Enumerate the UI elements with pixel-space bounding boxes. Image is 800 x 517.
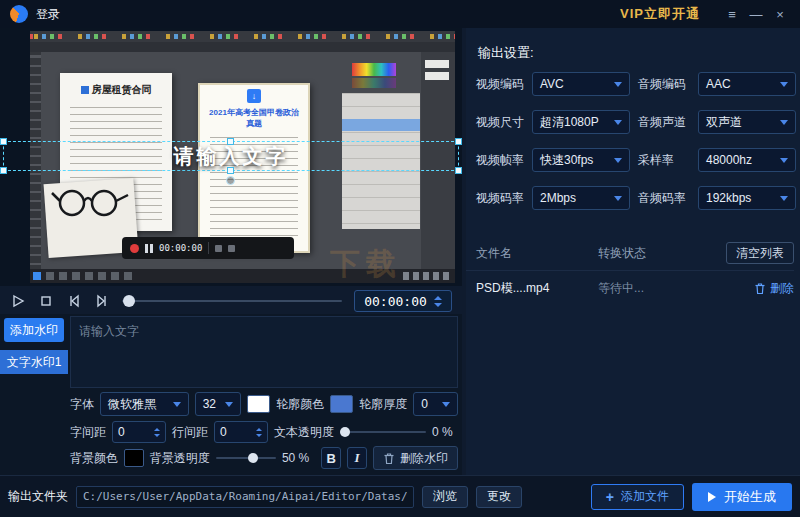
- recorder-tool-icon: [215, 245, 222, 252]
- font-family-select[interactable]: 微软雅黑: [100, 392, 189, 416]
- status-column-header: 转换状态: [598, 245, 708, 262]
- title-bar: 登录 VIP立即开通 ≡ — ×: [0, 0, 800, 28]
- browse-button[interactable]: 浏览: [422, 486, 468, 508]
- video-bitrate-select[interactable]: 2Mbps: [532, 186, 630, 210]
- slider-knob[interactable]: [248, 453, 258, 463]
- font-size-select[interactable]: 32: [195, 392, 242, 416]
- plus-icon: +: [606, 489, 614, 505]
- login-button[interactable]: 登录: [36, 6, 60, 23]
- file-status: 等待中...: [598, 280, 708, 297]
- sample-rate-select[interactable]: 48000hz: [698, 148, 796, 172]
- minimize-icon[interactable]: —: [746, 7, 766, 22]
- next-frame-button[interactable]: [94, 293, 110, 309]
- letter-spacing-stepper[interactable]: 0: [112, 421, 166, 443]
- audio-channel-select[interactable]: 双声道: [698, 110, 796, 134]
- bg-color-label: 背景颜色: [70, 450, 118, 467]
- output-panel: 输出设置: 视频编码 AVC 音频编码 AAC 视频尺寸 超清1080P 音频声…: [466, 28, 800, 475]
- bold-button[interactable]: B: [321, 447, 341, 469]
- file-list-header: 文件名 转换状态 清空列表: [476, 242, 794, 264]
- audio-bitrate-label: 音频码率: [638, 190, 690, 207]
- video-size-select[interactable]: 超清1080P: [532, 110, 630, 134]
- playback-controls: 00:00:00: [0, 288, 462, 314]
- video-bitrate-label: 视频码率: [476, 190, 524, 207]
- start-generate-button[interactable]: 开始生成: [692, 483, 792, 511]
- prev-frame-button[interactable]: [66, 293, 82, 309]
- line-spacing-stepper[interactable]: 0: [214, 421, 268, 443]
- outline-width-select[interactable]: 0: [413, 392, 458, 416]
- time-spinner[interactable]: [434, 296, 442, 307]
- divider: [466, 270, 794, 271]
- trash-icon: [754, 282, 766, 295]
- selection-handle[interactable]: [455, 138, 462, 145]
- audio-codec-select[interactable]: AAC: [698, 72, 796, 96]
- chevron-down-icon: [614, 120, 622, 125]
- color-picker-swatches: [352, 63, 396, 76]
- center-document-title: 2021年高考全国甲卷政治真题: [200, 107, 308, 129]
- filename-column-header: 文件名: [476, 245, 598, 262]
- text-opacity-slider[interactable]: [340, 431, 426, 433]
- watermark-item[interactable]: 文字水印1: [0, 350, 68, 374]
- add-watermark-button[interactable]: 添加水印: [4, 318, 64, 342]
- watermark-text-input[interactable]: 请输入文字: [70, 316, 458, 388]
- chevron-down-icon: [780, 196, 788, 201]
- selection-handle[interactable]: [0, 138, 7, 145]
- download-badge-icon: ↓: [247, 89, 261, 103]
- recorder-tool-icon: [228, 245, 235, 252]
- video-fps-select[interactable]: 快速30fps: [532, 148, 630, 172]
- stop-button[interactable]: [38, 293, 54, 309]
- bg-opacity-slider[interactable]: [216, 457, 276, 459]
- italic-button[interactable]: I: [347, 447, 367, 469]
- output-path-input[interactable]: [76, 486, 414, 508]
- outline-color-swatch[interactable]: [330, 395, 353, 413]
- audio-codec-label: 音频编码: [638, 76, 690, 93]
- background-settings-row: 背景颜色 背景透明度 50 % B I 删除水印: [70, 446, 458, 470]
- seek-knob[interactable]: [123, 295, 135, 307]
- text-opacity-value: 0 %: [432, 425, 453, 439]
- file-list-row[interactable]: PSD模....mp4 等待中... 删除: [476, 280, 794, 297]
- left-document-title: 房屋租赁合同: [92, 83, 152, 97]
- bg-opacity-value: 50 %: [282, 451, 309, 465]
- change-button[interactable]: 更改: [476, 486, 522, 508]
- text-input-placeholder: 请输入文字: [79, 324, 139, 338]
- selection-handle[interactable]: [227, 138, 234, 145]
- selected-layer-row: [342, 119, 420, 131]
- bg-color-swatch[interactable]: [124, 449, 144, 467]
- delete-file-button[interactable]: 删除: [754, 280, 794, 297]
- recorder-time: 00:00:00: [159, 243, 202, 253]
- menu-icon[interactable]: ≡: [722, 7, 742, 22]
- selection-handle[interactable]: [227, 167, 234, 174]
- selection-handle[interactable]: [455, 167, 462, 174]
- vip-upgrade-button[interactable]: VIP立即开通: [620, 5, 700, 23]
- font-color-swatch[interactable]: [247, 395, 270, 413]
- chevron-down-icon: [614, 82, 622, 87]
- clear-list-button[interactable]: 清空列表: [726, 242, 794, 264]
- selection-handle[interactable]: [0, 167, 7, 174]
- outline-width-label: 轮廓厚度: [359, 396, 407, 413]
- slider-knob[interactable]: [340, 427, 350, 437]
- time-display[interactable]: 00:00:00: [354, 290, 452, 312]
- footer-bar: 输出文件夹 浏览 更改 + 添加文件 开始生成: [0, 475, 800, 517]
- audio-channel-label: 音频声道: [638, 114, 690, 131]
- seek-slider[interactable]: [122, 300, 342, 302]
- play-button[interactable]: [10, 293, 26, 309]
- pause-icon: [145, 244, 153, 253]
- color-picker-swatches: [352, 78, 396, 88]
- spacing-settings-row: 字间距 0 行间距 0 文本透明度 0 %: [70, 420, 458, 444]
- chevron-down-icon: [442, 402, 450, 407]
- screen-recorder-bar: 00:00:00: [122, 237, 294, 259]
- sample-rate-label: 采样率: [638, 152, 690, 169]
- app-window: 登录 VIP立即开通 ≡ — × 房屋租赁合同 ↓ 2021年高考全国甲卷政治真…: [0, 0, 800, 517]
- chevron-down-icon: [780, 158, 788, 163]
- play-icon: [708, 492, 716, 502]
- video-codec-select[interactable]: AVC: [532, 72, 630, 96]
- outline-color-label: 轮廓颜色: [276, 396, 324, 413]
- line-spacing-label: 行间距: [172, 424, 208, 441]
- rotate-handle[interactable]: [226, 176, 235, 185]
- add-file-button[interactable]: + 添加文件: [591, 484, 684, 510]
- audio-bitrate-select[interactable]: 192kbps: [698, 186, 796, 210]
- chevron-down-icon: [614, 158, 622, 163]
- glasses-image: [50, 169, 130, 231]
- close-icon[interactable]: ×: [770, 7, 790, 22]
- delete-watermark-button[interactable]: 删除水印: [373, 446, 458, 470]
- chevron-down-icon: [780, 120, 788, 125]
